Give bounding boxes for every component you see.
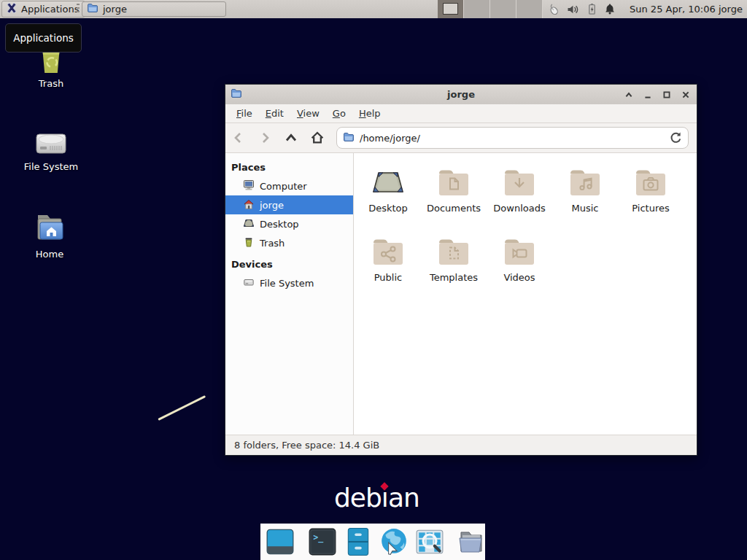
- folder-label: Public: [355, 272, 421, 283]
- debian-logo-text: deb: [334, 483, 382, 513]
- folder-cell-documents[interactable]: Documents: [421, 159, 487, 214]
- forward-button[interactable]: [252, 126, 278, 149]
- back-button[interactable]: [225, 126, 252, 149]
- sidebar-item-label: Computer: [260, 181, 307, 192]
- path-text[interactable]: /home/jorge/: [360, 133, 420, 144]
- volume-icon[interactable]: [567, 4, 579, 15]
- toolbar: /home/jorge/: [225, 123, 697, 153]
- menu-go[interactable]: Go: [326, 106, 352, 121]
- folder-cell-desktop[interactable]: Desktop: [355, 159, 421, 214]
- applications-menu-button[interactable]: Applications: [1, 1, 85, 18]
- folder-icon: [87, 2, 98, 16]
- file-cabinet-icon[interactable]: [344, 527, 373, 556]
- panel-user-label[interactable]: jorge: [719, 0, 743, 18]
- window-controls: [622, 85, 692, 104]
- panel-clock[interactable]: Sun 25 Apr, 10:06: [630, 0, 716, 18]
- sidebar-item-trash[interactable]: Trash: [225, 233, 353, 252]
- desktop-icon-file-system[interactable]: File System: [18, 121, 85, 172]
- workspace-1[interactable]: [438, 0, 464, 18]
- folder-cell-pictures[interactable]: Pictures: [618, 159, 684, 214]
- sidebar-item-label: Desktop: [260, 219, 299, 230]
- sidebar: Places Computer jorge: [225, 153, 354, 435]
- folder-cell-videos[interactable]: Videos: [487, 228, 552, 283]
- folder-public-icon: [355, 228, 421, 271]
- statusbar: 8 folders, Free space: 14.4 GiB: [225, 435, 697, 455]
- sidebar-item-jorge[interactable]: jorge: [225, 195, 353, 214]
- path-folder-icon: [343, 131, 355, 145]
- folder-music-icon: [552, 159, 618, 201]
- folder-label: Desktop: [355, 203, 421, 214]
- applications-menu-label: Applications: [21, 4, 79, 15]
- sidebar-item-label: jorge: [260, 200, 284, 211]
- up-button[interactable]: [278, 126, 304, 149]
- taskbar-window-button[interactable]: jorge: [82, 1, 226, 17]
- sidebar-item-label: File System: [260, 278, 314, 289]
- stray-line: [158, 395, 206, 421]
- desktop-icon-label: File System: [18, 161, 85, 172]
- drive-icon: [243, 276, 255, 290]
- workspace-4[interactable]: [516, 0, 543, 18]
- files-area[interactable]: Desktop Documents: [354, 153, 697, 435]
- location-bar[interactable]: /home/jorge/: [336, 127, 689, 149]
- show-desktop-icon[interactable]: [266, 527, 295, 556]
- folder-label: Videos: [487, 272, 552, 283]
- desktop-screen: Applications jorge: [0, 0, 747, 560]
- folder-downloads-icon: [487, 159, 552, 201]
- desktop-icon: [243, 217, 255, 231]
- close-button[interactable]: [679, 88, 692, 101]
- menu-help[interactable]: Help: [352, 106, 387, 121]
- workspace-3[interactable]: [490, 0, 516, 18]
- desktop-icon-home[interactable]: Home: [16, 209, 83, 260]
- maximize-button[interactable]: [660, 88, 673, 101]
- status-text: 8 folders, Free space: 14.4 GiB: [234, 440, 379, 451]
- desktop-special-icon: [355, 159, 421, 201]
- workspace-2[interactable]: [464, 0, 490, 18]
- folder-documents-icon: [421, 159, 487, 201]
- reload-icon[interactable]: [668, 131, 683, 147]
- home-icon: [243, 198, 255, 212]
- battery-icon[interactable]: [586, 3, 597, 15]
- sidebar-item-label: Trash: [260, 238, 285, 249]
- shade-button[interactable]: [622, 88, 635, 101]
- tasklist-grip[interactable]: [77, 4, 80, 15]
- menu-view[interactable]: View: [290, 106, 326, 121]
- folder-label: Documents: [421, 203, 487, 214]
- web-browser-icon[interactable]: [379, 527, 409, 556]
- menubar: File Edit View Go Help: [225, 104, 697, 123]
- menu-file[interactable]: File: [230, 106, 259, 121]
- directory-menu-icon[interactable]: [457, 527, 485, 556]
- system-tray: [547, 0, 616, 18]
- folder-videos-icon: [487, 228, 552, 271]
- sidebar-item-desktop[interactable]: Desktop: [225, 214, 353, 233]
- taskbar-window-label: jorge: [103, 4, 127, 15]
- debian-logo-i: ı: [382, 483, 388, 513]
- titlebar[interactable]: jorge: [225, 85, 697, 104]
- notification-bell-icon[interactable]: [604, 3, 616, 15]
- app-finder-icon[interactable]: [415, 527, 444, 556]
- trash-icon: [243, 236, 255, 250]
- minimize-button[interactable]: [641, 88, 654, 101]
- sidebar-header-places: Places: [225, 158, 353, 176]
- folder-cell-public[interactable]: Public: [355, 228, 421, 283]
- debian-logo-text: an: [388, 483, 419, 513]
- sidebar-header-devices: Devices: [225, 255, 353, 273]
- sidebar-item-computer[interactable]: Computer: [225, 176, 353, 195]
- folder-cell-music[interactable]: Music: [552, 159, 618, 214]
- sidebar-item-file-system[interactable]: File System: [225, 273, 353, 292]
- terminal-icon[interactable]: >_: [308, 527, 337, 556]
- folder-cell-templates[interactable]: Templates: [421, 228, 487, 283]
- folder-cell-downloads[interactable]: Downloads: [487, 159, 552, 214]
- desktop-icon-label: Trash: [18, 78, 85, 89]
- workspace-switcher: [438, 0, 543, 18]
- computer-icon: [243, 179, 255, 193]
- hard-drive-icon: [18, 121, 85, 158]
- dock: >_: [260, 524, 485, 560]
- mouse-icon[interactable]: [547, 3, 560, 16]
- folder-label: Music: [552, 203, 618, 214]
- home-folder-icon: [16, 209, 83, 245]
- menu-edit[interactable]: Edit: [259, 106, 290, 121]
- home-button[interactable]: [304, 126, 330, 149]
- applications-tooltip: Applications: [5, 23, 82, 52]
- folder-label: Downloads: [487, 203, 552, 214]
- tooltip-text: Applications: [13, 32, 73, 44]
